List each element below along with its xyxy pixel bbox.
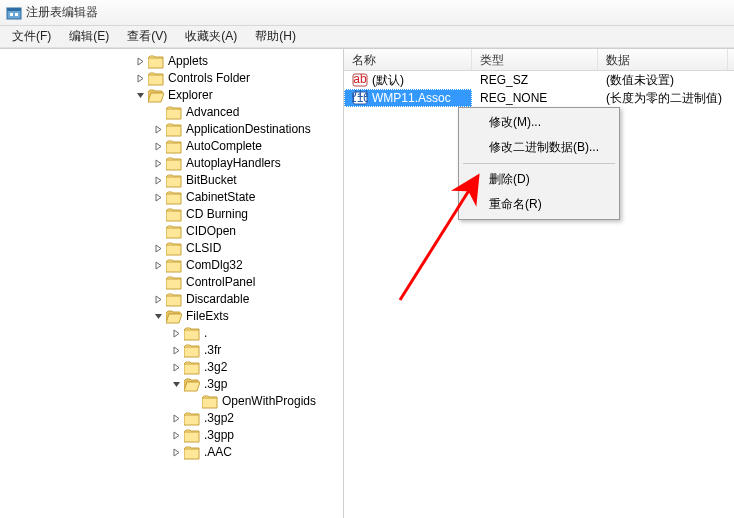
tree-node-label: .AAC <box>204 444 232 461</box>
column-header-type[interactable]: 类型 <box>472 49 598 70</box>
expand-icon[interactable] <box>152 124 164 136</box>
folder-icon <box>166 310 182 324</box>
tree-node-label: .3gpp <box>204 427 234 444</box>
column-header-name[interactable]: 名称 <box>344 49 472 70</box>
folder-icon <box>184 327 200 341</box>
collapse-icon[interactable] <box>170 379 182 391</box>
tree-pane[interactable]: AppletsControls FolderExplorer AdvancedA… <box>0 49 344 518</box>
tree-node[interactable]: OpenWithProgids <box>2 393 343 410</box>
tree-node-label: FileExts <box>186 308 229 325</box>
expand-icon[interactable] <box>170 430 182 442</box>
column-header-data[interactable]: 数据 <box>598 49 728 70</box>
tree-node[interactable]: Applets <box>2 53 343 70</box>
tree-node[interactable]: CIDOpen <box>2 223 343 240</box>
tree-node[interactable]: .3g2 <box>2 359 343 376</box>
folder-icon <box>148 89 164 103</box>
tree-node[interactable]: . <box>2 325 343 342</box>
folder-icon <box>166 293 182 307</box>
folder-icon <box>166 191 182 205</box>
folder-icon <box>202 395 218 409</box>
tree-node[interactable]: .3fr <box>2 342 343 359</box>
tree-node[interactable]: BitBucket <box>2 172 343 189</box>
context-menu-item[interactable]: 修改(M)... <box>461 110 617 135</box>
tree-node[interactable]: Controls Folder <box>2 70 343 87</box>
svg-rect-3 <box>15 13 18 16</box>
expand-icon[interactable] <box>152 294 164 306</box>
tree-node[interactable]: ControlPanel <box>2 274 343 291</box>
tree-node-label: .3gp <box>204 376 227 393</box>
content-area: AppletsControls FolderExplorer AdvancedA… <box>0 48 734 518</box>
expand-icon[interactable] <box>152 141 164 153</box>
tree-node-label: .3fr <box>204 342 221 359</box>
collapse-icon[interactable] <box>152 311 164 323</box>
collapse-icon[interactable] <box>134 90 146 102</box>
context-menu-item[interactable]: 删除(D) <box>461 167 617 192</box>
folder-icon <box>184 378 200 392</box>
expand-icon[interactable] <box>170 362 182 374</box>
menu-help[interactable]: 帮助(H) <box>247 26 304 47</box>
menu-view[interactable]: 查看(V) <box>119 26 175 47</box>
expand-icon[interactable] <box>152 243 164 255</box>
tree-node[interactable]: .3gpp <box>2 427 343 444</box>
list-row[interactable]: 011110WMP11.AssocREG_NONE(长度为零的二进制值) <box>344 89 734 107</box>
tree-node-label: CabinetState <box>186 189 255 206</box>
folder-icon <box>166 208 182 222</box>
tree-node-label: . <box>204 325 207 342</box>
context-menu-item[interactable]: 修改二进制数据(B)... <box>461 135 617 160</box>
list-row[interactable]: ab(默认)REG_SZ(数值未设置) <box>344 71 734 89</box>
tree-node-label: Discardable <box>186 291 249 308</box>
menu-file[interactable]: 文件(F) <box>4 26 59 47</box>
expand-icon[interactable] <box>152 192 164 204</box>
tree-node-label: .3gp2 <box>204 410 234 427</box>
tree-node[interactable]: Explorer <box>2 87 343 104</box>
expand-icon[interactable] <box>152 175 164 187</box>
context-menu: 修改(M)...修改二进制数据(B)...删除(D)重命名(R) <box>458 107 620 220</box>
tree-node-label: CIDOpen <box>186 223 236 240</box>
folder-icon <box>184 446 200 460</box>
folder-icon <box>184 361 200 375</box>
tree-node[interactable]: FileExts <box>2 308 343 325</box>
tree-node[interactable]: ComDlg32 <box>2 257 343 274</box>
menu-favorites[interactable]: 收藏夹(A) <box>177 26 245 47</box>
tree-node[interactable]: .3gp2 <box>2 410 343 427</box>
title-bar: 注册表编辑器 <box>0 0 734 26</box>
folder-icon <box>148 72 164 86</box>
tree-node[interactable]: Advanced <box>2 104 343 121</box>
list-pane[interactable]: 名称类型数据 ab(默认)REG_SZ(数值未设置)011110WMP11.As… <box>344 49 734 518</box>
expand-icon[interactable] <box>170 328 182 340</box>
value-name-cell: 011110WMP11.Assoc <box>344 89 472 107</box>
tree-node[interactable]: AutoplayHandlers <box>2 155 343 172</box>
value-name-cell: ab(默认) <box>344 72 472 89</box>
value-data: (数值未设置) <box>598 72 728 89</box>
tree-node-label: CLSID <box>186 240 221 257</box>
expand-icon[interactable] <box>152 158 164 170</box>
tree-node[interactable]: ApplicationDestinations <box>2 121 343 138</box>
tree-node-label: Applets <box>168 53 208 70</box>
value-data: (长度为零的二进制值) <box>598 90 728 107</box>
svg-rect-1 <box>7 8 21 11</box>
expand-icon[interactable] <box>170 345 182 357</box>
folder-icon <box>184 412 200 426</box>
expand-icon[interactable] <box>170 413 182 425</box>
expand-icon[interactable] <box>152 260 164 272</box>
tree-node[interactable]: .3gp <box>2 376 343 393</box>
value-type: REG_SZ <box>472 73 598 87</box>
menu-edit[interactable]: 编辑(E) <box>61 26 117 47</box>
folder-icon <box>166 225 182 239</box>
folder-icon <box>166 157 182 171</box>
tree-node-label: Explorer <box>168 87 213 104</box>
tree-node[interactable]: CD Burning <box>2 206 343 223</box>
tree-node[interactable]: Discardable <box>2 291 343 308</box>
tree-node[interactable]: CLSID <box>2 240 343 257</box>
app-icon <box>6 5 22 21</box>
expand-icon[interactable] <box>134 56 146 68</box>
expand-icon[interactable] <box>170 447 182 459</box>
tree-node[interactable]: CabinetState <box>2 189 343 206</box>
list-rows: ab(默认)REG_SZ(数值未设置)011110WMP11.AssocREG_… <box>344 71 734 107</box>
tree-node[interactable]: .AAC <box>2 444 343 461</box>
expand-icon[interactable] <box>134 73 146 85</box>
folder-icon <box>166 174 182 188</box>
tree-node[interactable]: AutoComplete <box>2 138 343 155</box>
context-menu-item[interactable]: 重命名(R) <box>461 192 617 217</box>
tree-node-label: Controls Folder <box>168 70 250 87</box>
